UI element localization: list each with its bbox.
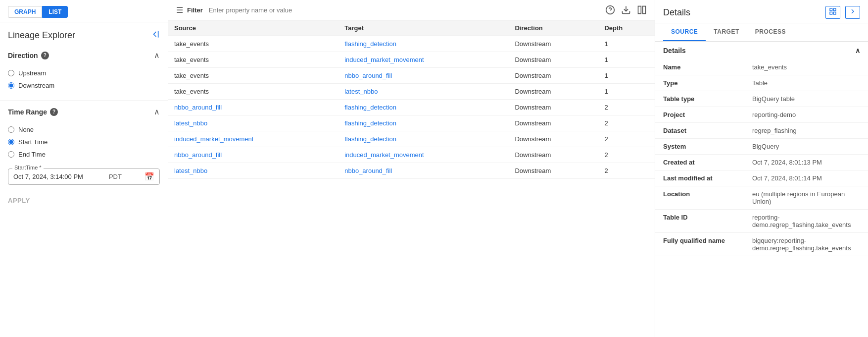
upstream-option[interactable]: Upstream [8, 67, 160, 79]
target-link[interactable]: flashing_detection [344, 104, 396, 111]
downstream-radio[interactable] [8, 82, 14, 89]
calendar-icon[interactable]: 📅 [145, 172, 154, 181]
start-time-label: StartTime * [12, 165, 44, 170]
detail-value: reporting-demo.regrep_flashing.take_even… [744, 210, 868, 233]
none-option[interactable]: None [8, 123, 160, 136]
detail-key: Project [655, 107, 744, 123]
depth-cell: 1 [598, 84, 655, 100]
expand-icon-button[interactable] [825, 6, 840, 19]
target-link[interactable]: latest_nbbo [344, 88, 378, 95]
target-cell[interactable]: latest_nbbo [338, 84, 509, 100]
top-tabs: GRAPH LIST [0, 0, 168, 22]
table-row: latest_nbboflashing_detectionDownstream2 [168, 115, 655, 131]
close-panel-button[interactable] [845, 6, 860, 19]
download-button[interactable] [621, 5, 631, 15]
target-cell[interactable]: induced_market_movement [338, 52, 509, 68]
target-cell[interactable]: flashing_detection [338, 131, 509, 147]
source-cell[interactable]: latest_nbbo [168, 115, 338, 131]
target-cell[interactable]: nbbo_around_fill [338, 163, 509, 179]
detail-tabs: SOURCE TARGET PROCESS [655, 23, 868, 42]
target-cell[interactable]: nbbo_around_fill [338, 68, 509, 84]
target-link[interactable]: nbbo_around_fill [344, 167, 392, 174]
timerange-info-icon[interactable]: ? [50, 108, 58, 116]
target-link[interactable]: flashing_detection [344, 135, 396, 143]
detail-key: Table ID [655, 210, 744, 233]
table-body: take_eventsflashing_detectionDownstream1… [168, 36, 655, 179]
upstream-radio[interactable] [8, 70, 14, 76]
depth-cell: 1 [598, 36, 655, 52]
detail-row: Locationeu (multiple regions in European… [655, 186, 868, 210]
source-tab[interactable]: SOURCE [663, 23, 706, 41]
direction-chevron: ∧ [154, 51, 160, 60]
endtime-option[interactable]: End Time [8, 148, 160, 161]
direction-cell: Downstream [509, 68, 598, 84]
start-time-timezone: PDT [109, 173, 122, 180]
table-scroll[interactable]: Source Target Direction Depth take_event… [168, 20, 655, 337]
process-tab[interactable]: PROCESS [747, 23, 794, 41]
direction-title: Direction ? [8, 52, 49, 59]
detail-key: Dataset [655, 123, 744, 139]
columns-button[interactable] [637, 5, 647, 15]
detail-value: take_events [744, 59, 868, 75]
direction-info-icon[interactable]: ? [41, 52, 49, 59]
target-cell[interactable]: flashing_detection [338, 36, 509, 52]
direction-cell: Downstream [509, 100, 598, 115]
target-link[interactable]: induced_market_movement [344, 151, 424, 159]
detail-row: SystemBigQuery [655, 139, 868, 155]
target-cell[interactable]: flashing_detection [338, 100, 509, 115]
detail-key: Table type [655, 91, 744, 107]
source-link[interactable]: nbbo_around_fill [174, 151, 222, 159]
svg-rect-5 [643, 6, 646, 14]
downstream-option[interactable]: Downstream [8, 79, 160, 92]
source-link[interactable]: latest_nbbo [174, 119, 207, 127]
list-tab[interactable]: LIST [42, 6, 68, 18]
source-cell[interactable]: nbbo_around_fill [168, 147, 338, 163]
source-cell[interactable]: nbbo_around_fill [168, 100, 338, 115]
graph-tab[interactable]: GRAPH [8, 6, 42, 18]
starttime-option[interactable]: Start Time [8, 136, 160, 148]
help-button[interactable] [605, 5, 615, 15]
source-cell[interactable]: induced_market_movement [168, 131, 338, 147]
source-cell: take_events [168, 36, 338, 52]
details-table: Nametake_eventsTypeTableTable typeBigQue… [655, 59, 868, 256]
start-time-field[interactable]: StartTime * Oct 7, 2024, 3:14:00 PM PDT … [8, 168, 160, 185]
filter-bar: ☰ Filter [168, 0, 655, 20]
target-cell[interactable]: induced_market_movement [338, 147, 509, 163]
filter-input[interactable] [209, 6, 601, 14]
direction-cell: Downstream [509, 147, 598, 163]
direction-section-header[interactable]: Direction ? ∧ [8, 47, 160, 64]
target-link[interactable]: flashing_detection [344, 40, 396, 48]
target-cell[interactable]: flashing_detection [338, 115, 509, 131]
direction-cell: Downstream [509, 84, 598, 100]
details-collapse-icon[interactable]: ∧ [855, 47, 860, 55]
target-link[interactable]: induced_market_movement [344, 56, 424, 63]
direction-cell: Downstream [509, 163, 598, 179]
none-radio[interactable] [8, 126, 14, 133]
detail-key: Fully qualified name [655, 233, 744, 256]
panel-title: Lineage Explorer [8, 30, 75, 41]
table-row: latest_nbbonbbo_around_fillDownstream2 [168, 163, 655, 179]
starttime-radio[interactable] [8, 139, 14, 145]
detail-key: Type [655, 75, 744, 91]
col-direction: Direction [509, 20, 598, 36]
target-tab[interactable]: TARGET [706, 23, 747, 41]
timerange-section-header[interactable]: Time Range ? ∧ [8, 103, 160, 120]
apply-button[interactable]: APPLY [8, 197, 160, 204]
source-link[interactable]: latest_nbbo [174, 167, 207, 174]
collapse-button[interactable] [150, 29, 160, 42]
table-row: nbbo_around_fillflashing_detectionDownst… [168, 100, 655, 115]
direction-section: Direction ? ∧ Upstream Downstream [0, 47, 168, 95]
target-link[interactable]: nbbo_around_fill [344, 72, 392, 79]
source-cell[interactable]: latest_nbbo [168, 163, 338, 179]
table-row: take_eventslatest_nbboDownstream1 [168, 84, 655, 100]
svg-rect-4 [638, 6, 641, 14]
source-link[interactable]: nbbo_around_fill [174, 104, 222, 111]
depth-cell: 1 [598, 52, 655, 68]
detail-value: Table [744, 75, 868, 91]
source-cell: take_events [168, 52, 338, 68]
target-link[interactable]: flashing_detection [344, 119, 396, 127]
detail-value: reporting-demo [744, 107, 868, 123]
endtime-radio[interactable] [8, 151, 14, 158]
col-source: Source [168, 20, 338, 36]
source-link[interactable]: induced_market_movement [174, 135, 253, 143]
